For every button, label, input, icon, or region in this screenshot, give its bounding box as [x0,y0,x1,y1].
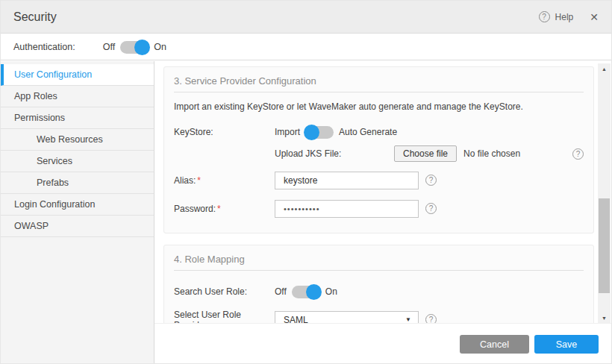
user-role-provider-select[interactable]: SAML ▼ [275,311,419,324]
sidebar-item-owasp[interactable]: OWASP [1,216,154,237]
keystore-label: KeyStore: [174,127,275,137]
alias-label-text: Alias: [174,175,196,186]
sidebar-item-label: User Configuration [14,69,92,80]
section-service-provider-configuration: 3. Service Provider Configuration Import… [163,66,594,233]
sidebar-item-app-roles[interactable]: App Roles [1,86,154,107]
footer-bar: Cancel Save [154,323,611,363]
sidebar-item-label: Permissions [14,113,65,123]
required-asterisk: * [197,175,201,186]
alias-row: Alias:* keystore ? [174,171,584,189]
section-title: 4. Role Mapping [164,245,593,265]
search-user-role-on-label: On [325,286,337,297]
scroll-up-icon[interactable]: ▲ [598,63,611,74]
sidebar-item-label: OWASP [14,221,49,231]
search-user-role-toggle[interactable] [292,286,320,298]
section-divider [174,92,584,92]
file-chosen-status: No file chosen [463,148,520,159]
title-bar: Security ? Help ✕ [1,1,611,34]
alias-label: Alias:* [174,175,275,186]
upload-jks-label: Upload JKS File: [275,148,394,159]
authentication-bar: Authentication: Off On [1,34,611,60]
search-user-role-label: Search User Role: [174,286,275,297]
sidebar-item-label: Prefabs [37,178,69,188]
password-label: Password:* [174,204,275,214]
alias-input[interactable]: keystore [275,172,419,189]
password-row: Password:* •••••••••• ? [174,199,584,218]
password-input[interactable]: •••••••••• [275,200,419,218]
titlebar-actions: ? Help ✕ [539,11,599,23]
sidebar-item-label: App Roles [14,91,57,101]
sidebar-item-user-configuration[interactable]: User Configuration [1,64,154,86]
chevron-down-icon: ▼ [405,316,411,323]
upload-help-icon[interactable]: ? [572,148,584,160]
keystore-import-label: Import [275,127,300,137]
sidebar-item-login-configuration[interactable]: Login Configuration [1,194,154,216]
provider-help-icon[interactable]: ? [425,314,437,323]
keystore-row: KeyStore: Import Auto Generate [174,124,584,140]
authentication-label: Authentication: [13,42,75,52]
keystore-auto-generate-label: Auto Generate [339,127,397,137]
section-description: Import an existing KeyStore or let WaveM… [174,101,584,112]
scroll-down-icon[interactable]: ▼ [598,313,611,323]
sidebar-item-web-resources[interactable]: Web Resources [1,129,154,151]
section-divider [174,270,584,271]
selected-provider-value: SAML [284,315,308,324]
alias-help-icon[interactable]: ? [425,175,437,186]
sidebar-item-services[interactable]: Services [1,151,154,172]
vertical-scrollbar[interactable]: ▲ ▼ [598,63,611,323]
required-asterisk: * [217,204,221,214]
upload-jks-row: Upload JKS File: Choose file No file cho… [275,145,584,163]
authentication-off-label: Off [103,42,115,52]
sidebar-item-label: Login Configuration [14,199,95,210]
help-link[interactable]: Help [555,12,574,22]
save-button[interactable]: Save [534,335,599,354]
search-user-role-off-label: Off [275,286,287,297]
sidebar-item-label: Services [37,156,72,166]
close-icon[interactable]: ✕ [590,11,599,23]
sidebar-item-permissions[interactable]: Permissions [1,107,154,129]
scrollbar-thumb[interactable] [599,198,610,293]
help-icon[interactable]: ? [539,11,550,22]
authentication-toggle[interactable] [120,41,149,54]
toggle-knob [134,40,150,55]
sidebar-nav: User Configuration App Roles Permissions… [1,61,154,363]
choose-file-button[interactable]: Choose file [394,145,457,162]
security-dialog: Security ? Help ✕ Authentication: Off On… [0,0,612,364]
content-scroll-area: 3. Service Provider Configuration Import… [154,61,611,323]
select-user-role-provider-row: Select User Role Provider: SAML ▼ ? [174,310,584,323]
page-title: Security [13,10,57,24]
authentication-on-label: On [154,42,166,52]
section-title: 3. Service Provider Configuration [164,67,593,87]
select-user-role-provider-label: Select User Role Provider: [174,310,275,324]
toggle-knob [306,284,322,300]
cancel-button[interactable]: Cancel [460,335,529,354]
sidebar-item-label: Web Resources [37,134,103,145]
toggle-knob [304,125,319,140]
keystore-toggle[interactable] [305,126,334,139]
password-help-icon[interactable]: ? [425,203,437,214]
sidebar-item-prefabs[interactable]: Prefabs [1,172,154,194]
section-role-mapping: 4. Role Mapping Search User Role: Off On… [163,245,594,323]
search-user-role-row: Search User Role: Off On [174,283,584,300]
password-label-text: Password: [174,204,216,214]
